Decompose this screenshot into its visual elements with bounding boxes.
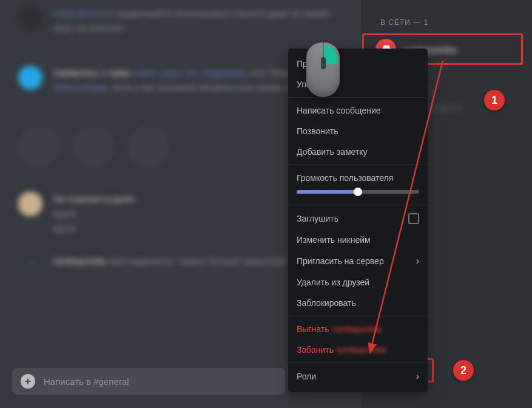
slider-fill: [297, 190, 358, 194]
menu-item-mention[interactable]: Упомянуть: [288, 74, 428, 95]
placeholder-icon: [18, 125, 61, 168]
chevron-right-icon: ›: [416, 256, 419, 267]
message-text: смартфонна и продолжайте использовать Di…: [53, 6, 343, 35]
menu-item-note[interactable]: Добавить заметку: [288, 141, 428, 162]
message-text: Не стрелял в рулет крута крута: [53, 192, 135, 236]
volume-label: Громкость пользователя: [297, 173, 419, 183]
menu-item-call[interactable]: Позвонить: [288, 121, 428, 141]
slider-knob[interactable]: [354, 188, 362, 196]
menu-separator: [288, 205, 428, 205]
menu-item-message[interactable]: Написать сообщение: [288, 100, 428, 121]
join-arrow-icon: →: [18, 254, 42, 268]
menu-item-volume: Громкость пользователя: [288, 168, 428, 202]
menu-separator: [288, 165, 428, 165]
menu-item-mute[interactable]: Заглушить: [288, 208, 428, 229]
message-text: tumbayumba присоединился. Нужно больше м…: [53, 254, 287, 268]
menu-item-block[interactable]: Заблокировать: [288, 293, 428, 313]
placeholder-icon: [73, 125, 115, 168]
attach-button[interactable]: +: [21, 374, 35, 389]
input-placeholder: Написать в #general: [44, 376, 129, 387]
mute-checkbox[interactable]: [408, 213, 419, 224]
user-context-menu: Профиль Упомянуть Написать сообщение Поз…: [288, 49, 428, 392]
menu-item-ban[interactable]: Забанить tumbayumba: [288, 339, 428, 360]
avatar: [18, 6, 42, 30]
volume-slider[interactable]: [297, 190, 419, 194]
menu-item-invite[interactable]: Пригласить на сервер ›: [288, 250, 428, 272]
menu-item-profile[interactable]: Профиль: [288, 53, 428, 74]
tip-message: смартфонна и продолжайте использовать Di…: [18, 6, 343, 35]
message-input[interactable]: + Написать в #general: [12, 368, 285, 395]
menu-item-roles[interactable]: Роли ›: [288, 365, 428, 387]
menu-separator: [288, 362, 428, 363]
online-header: В СЕТИ — 1: [361, 18, 532, 27]
twitter-icon: [18, 66, 42, 90]
menu-separator: [288, 316, 428, 316]
link-text: смартфонна: [53, 8, 106, 18]
menu-item-kick[interactable]: Выгнать tumbayumba: [288, 319, 428, 339]
chevron-right-icon: ›: [416, 371, 419, 382]
menu-item-nickname[interactable]: Изменить никнейм: [288, 229, 428, 250]
menu-separator: [288, 97, 428, 98]
avatar: [18, 192, 42, 216]
menu-item-remove-friend[interactable]: Удалить из друзей: [288, 272, 428, 293]
placeholder-icon: [127, 125, 170, 168]
